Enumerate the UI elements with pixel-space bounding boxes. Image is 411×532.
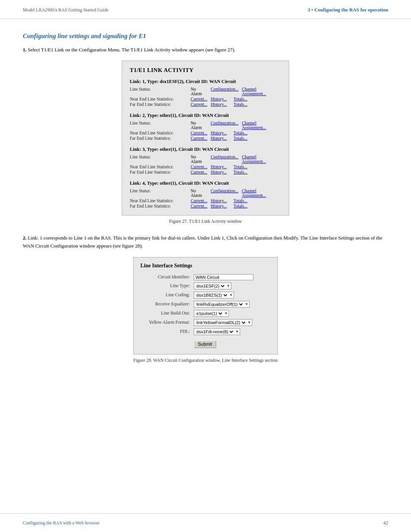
lis-fdl-select[interactable]: dsx1Fdl-none(8) [195, 329, 234, 334]
lis-receive-equalizer-select-wrapper: linkRxEqualizerOff(1) ▼ [194, 301, 250, 308]
link-4-title: Link: 4, Type: other(1), Circuit ID: WAN… [130, 181, 281, 186]
link-1-near-history-link[interactable]: History... [211, 97, 227, 101]
link-1-near-current-link[interactable]: Current... [191, 97, 207, 101]
link-1-configuration-link[interactable]: Configuration... [210, 87, 238, 96]
link-1-channel-assignment-link[interactable]: Channel Assignment... [242, 87, 281, 96]
link-1-far-history-link[interactable]: History... [211, 102, 227, 107]
lis-receive-equalizer-row: Receive Equalizer: linkRxEqualizerOff(1)… [140, 301, 271, 308]
step1-number: 1. [23, 47, 27, 53]
section-title: Configuring line settings and signaling … [23, 32, 388, 40]
lis-circuit-identifier-input[interactable] [194, 274, 253, 280]
link-3-near-end-row: Near End Line Statistics: Current... His… [130, 165, 281, 169]
link-2-configuration-link[interactable]: Configuration... [210, 121, 238, 130]
link-3-line-status-links: Configuration... Channel Assignment... [210, 155, 281, 164]
figure-28-container: Line Interface Settings Circuit Identifi… [23, 257, 388, 363]
step2-text: 2. Link: 1 corresponds to Line 1 on the … [23, 234, 388, 250]
lis-fdl-label: FDL: [140, 329, 194, 334]
link-1-far-totals-link[interactable]: Totals... [234, 102, 248, 107]
lis-submit-row: Submit [140, 337, 271, 348]
footer-left-text: Configuring the RAS with a Web browser [23, 520, 99, 526]
link-2-far-end-links: Current... History... Totals... [191, 136, 247, 141]
step1-text: 1. Select T1/E1 Link on the Configuratio… [23, 46, 388, 54]
link-4-far-end-row: Far End Line Statistics: Current... Hist… [130, 204, 281, 208]
lis-fdl-select-wrapper: dsx1Fdl-none(8) ▼ [194, 328, 240, 335]
link-2-title: Link: 2, Type: other(1), Circuit ID: WAN… [130, 113, 281, 118]
lis-line-type-select-wrapper: dsx1ESF(2) ▼ [194, 283, 231, 289]
figure-28-caption: Figure 28. WAN Circuit Configuration win… [133, 358, 277, 363]
lis-window: Line Interface Settings Circuit Identifi… [133, 257, 278, 355]
link-2-channel-assignment-link[interactable]: Channel Assignment... [242, 121, 281, 130]
link-4-far-end-links: Current... History... Totals... [191, 204, 247, 208]
submit-button[interactable]: Submit [194, 340, 216, 348]
lis-line-coding-row: Line Coding: dsx1B8ZS(2) ▼ [140, 292, 271, 299]
page-header: Model LRA2900A RAS Getting Started Guide… [0, 0, 411, 19]
link-3-configuration-link[interactable]: Configuration... [210, 155, 238, 164]
link-4-line-status-label: Line Status: [130, 189, 191, 193]
link-1-line-status-links: Configuration... Channel Assignment... [210, 87, 281, 96]
link-2-line-status-value: No Alarm [191, 121, 209, 130]
link-1-far-end-row: Far End Line Statistics: Current... Hist… [130, 102, 281, 107]
link-2-near-history-link[interactable]: History... [211, 131, 227, 135]
lis-line-build-out-row: Line Build Out: e1pulse(1) ▼ [140, 310, 271, 317]
link-1-title: Link: 1, Type: dsx1ESF(2), Circuit ID: W… [130, 79, 281, 85]
link-3-far-totals-link[interactable]: Totals... [234, 170, 248, 174]
lis-yellow-alarm-select[interactable]: linkYellowFormatDL(2) [195, 320, 247, 325]
link-1-far-end-label: Far End Line Statistics: [130, 102, 191, 107]
lis-line-coding-select-wrapper: dsx1B8ZS(2) ▼ [194, 292, 234, 299]
lis-receive-equalizer-select[interactable]: linkRxEqualizerOff(1) [195, 302, 244, 307]
link-1-near-totals-link[interactable]: Totals... [234, 97, 248, 101]
link-2-near-totals-link[interactable]: Totals... [234, 131, 248, 135]
link-4-channel-assignment-link[interactable]: Channel Assignment... [242, 189, 281, 198]
link-2-near-current-link[interactable]: Current... [191, 131, 207, 135]
link-2-far-history-link[interactable]: History... [211, 136, 227, 141]
link-4-far-history-link[interactable]: History... [211, 204, 227, 208]
link-4-line-status-value: No Alarm [191, 189, 209, 198]
link-1-line-status-value: No Alarm [191, 87, 209, 96]
link-2-near-end-links: Current... History... Totals... [191, 131, 247, 135]
link-3-near-current-link[interactable]: Current... [191, 165, 207, 169]
link-1-far-current-link[interactable]: Current... [191, 102, 207, 107]
link-2-near-end-row: Near End Line Statistics: Current... His… [130, 131, 281, 135]
link-3-channel-assignment-link[interactable]: Channel Assignment... [242, 155, 281, 164]
chevron-down-icon-6: ▼ [235, 329, 239, 334]
link-3-line-status-label: Line Status: [130, 155, 191, 159]
lis-line-coding-select[interactable]: dsx1B8ZS(2) [195, 292, 228, 298]
step1-content: Select T1/E1 Link on the Configuration M… [28, 47, 236, 53]
link-3-near-totals-link[interactable]: Totals... [234, 165, 248, 169]
lis-fdl-row: FDL: dsx1Fdl-none(8) ▼ [140, 328, 271, 335]
lis-line-type-label: Line Type: [140, 283, 194, 289]
link-4-near-end-links: Current... History... Totals... [191, 198, 247, 203]
link-group-2: Link: 2, Type: other(1), Circuit ID: WAN… [130, 113, 281, 141]
link-3-near-end-label: Near End Line Statistics: [130, 165, 191, 169]
link-3-far-current-link[interactable]: Current... [191, 170, 207, 174]
link-4-far-current-link[interactable]: Current... [191, 204, 207, 208]
chevron-down-icon-5: ▼ [247, 320, 251, 324]
header-left-text: Model LRA2900A RAS Getting Started Guide [23, 7, 108, 13]
main-content: Configuring line settings and signaling … [0, 19, 411, 396]
step2-content: Link: 1 corresponds to Line 1 on the RAS… [23, 235, 382, 249]
figure-27-container: T1/E1 LINK ACTIVITY Link: 1, Type: dsx1E… [23, 61, 388, 224]
link-group-1: Link: 1, Type: dsx1ESF(2), Circuit ID: W… [130, 79, 281, 107]
link-4-near-current-link[interactable]: Current... [191, 198, 207, 203]
link-2-far-current-link[interactable]: Current... [191, 136, 207, 141]
link-4-far-end-label: Far End Line Statistics: [130, 204, 191, 208]
step2-number: 2. [23, 235, 27, 241]
link-4-configuration-link[interactable]: Configuration... [210, 189, 238, 198]
link-2-line-status-links: Configuration... Channel Assignment... [210, 121, 281, 130]
link-3-far-history-link[interactable]: History... [211, 170, 227, 174]
link-3-far-end-label: Far End Line Statistics: [130, 170, 191, 174]
link-2-far-totals-link[interactable]: Totals... [234, 136, 248, 141]
lis-line-build-out-select[interactable]: e1pulse(1) [195, 311, 223, 316]
link-3-near-end-links: Current... History... Totals... [191, 165, 247, 169]
link-1-line-status-label: Line Status: [130, 87, 191, 91]
link-4-near-end-label: Near End Line Statistics: [130, 198, 191, 203]
link-3-far-end-links: Current... History... Totals... [191, 170, 247, 174]
link-4-near-totals-link[interactable]: Totals... [234, 198, 248, 203]
figure-27-caption: Figure 27. T1/E1 Link Activity window [169, 219, 242, 224]
lis-receive-equalizer-label: Receive Equalizer: [140, 301, 194, 307]
lis-line-type-select[interactable]: dsx1ESF(2) [195, 283, 226, 289]
link-4-near-history-link[interactable]: History... [211, 198, 227, 203]
link-1-line-status-row: Line Status: No Alarm Configuration... C… [130, 87, 281, 96]
link-3-near-history-link[interactable]: History... [211, 165, 227, 169]
link-4-far-totals-link[interactable]: Totals... [234, 204, 248, 208]
